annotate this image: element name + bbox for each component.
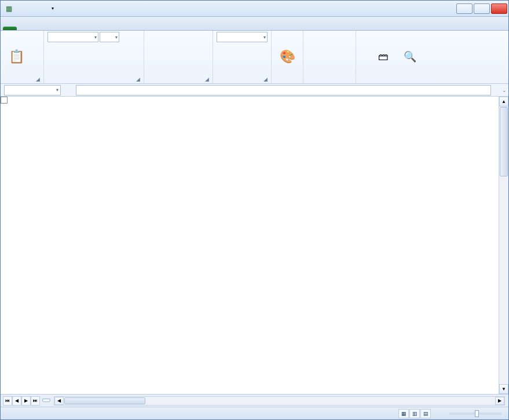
zoom-knob[interactable] [475, 410, 479, 417]
vertical-scrollbar[interactable]: ▲ ▼ [499, 97, 508, 394]
normal-view-icon[interactable]: ▦ [398, 409, 409, 418]
font-size-combo[interactable] [100, 32, 119, 42]
styles-button[interactable]: 🎨 [275, 47, 299, 67]
scroll-down-icon[interactable]: ▼ [499, 384, 508, 394]
scroll-left-icon[interactable]: ◀ [54, 397, 64, 405]
redo-icon[interactable] [37, 4, 46, 13]
dialog-launcher-icon[interactable]: ◢ [136, 76, 140, 82]
grow-font-button[interactable] [120, 32, 130, 42]
insert-cells-icon[interactable] [307, 39, 316, 50]
window-controls [455, 3, 507, 14]
format-cells-icon[interactable] [307, 64, 316, 74]
currency-button[interactable] [217, 43, 226, 54]
increase-indent-button[interactable] [189, 43, 199, 54]
page-break-view-icon[interactable]: ▤ [420, 409, 431, 418]
group-label: ◢ [4, 82, 40, 83]
delete-cells-icon[interactable] [307, 51, 316, 62]
titlebar: ▦ ▾ [1, 1, 508, 17]
status-bar: ▦ ▥ ▤ [1, 407, 508, 419]
group-editing: 🗃 🔍 [356, 31, 426, 83]
scroll-up-icon[interactable]: ▲ [499, 97, 508, 106]
group-label [275, 82, 299, 83]
wrap-text-button[interactable] [189, 32, 199, 42]
bold-button[interactable] [47, 43, 57, 54]
scroll-right-icon[interactable]: ▶ [495, 397, 504, 405]
maximize-button[interactable] [474, 3, 490, 14]
find-select-button[interactable]: 🔍 [398, 47, 422, 67]
format-painter-button[interactable] [31, 63, 40, 73]
group-cells [303, 31, 356, 83]
number-format-combo[interactable] [217, 32, 268, 42]
file-tab[interactable] [3, 27, 17, 30]
first-sheet-icon[interactable]: ⏮ [3, 396, 12, 406]
group-clipboard: 📋 ◢ [1, 31, 44, 83]
sheet-tabs-row: ⏮ ◀ ▶ ⏭ ◀ ▶ [1, 394, 508, 407]
quick-access-toolbar: ▦ ▾ [1, 4, 61, 13]
next-sheet-icon[interactable]: ▶ [21, 396, 31, 406]
percent-button[interactable] [227, 43, 236, 54]
insert-cells-button[interactable] [317, 39, 352, 50]
new-sheet-button[interactable] [42, 399, 50, 402]
group-alignment: ◢ [144, 31, 213, 83]
worksheet-area: ▲ ▼ [1, 97, 508, 394]
align-middle-button[interactable] [158, 32, 167, 42]
last-sheet-icon[interactable]: ⏭ [31, 396, 40, 406]
group-font: ◢ [44, 31, 144, 83]
clear-button[interactable] [360, 64, 369, 74]
decrease-decimal-button[interactable] [258, 43, 268, 54]
shrink-font-button[interactable] [131, 32, 140, 42]
orientation-button[interactable] [179, 32, 188, 42]
scroll-thumb[interactable] [500, 107, 508, 176]
page-layout-view-icon[interactable]: ▥ [409, 409, 420, 418]
group-number: ◢ [213, 31, 272, 83]
dialog-launcher-icon[interactable]: ◢ [205, 76, 209, 82]
align-center-button[interactable] [158, 43, 167, 54]
zoom-slider[interactable] [447, 412, 504, 415]
align-right-button[interactable] [169, 43, 178, 54]
ribbon: 📋 ◢ [1, 31, 508, 84]
border-button[interactable] [79, 43, 88, 54]
group-label: ◢ [148, 82, 209, 83]
align-bottom-button[interactable] [169, 32, 178, 42]
delete-cells-button[interactable] [317, 51, 352, 62]
comma-style-button[interactable] [237, 43, 247, 54]
prev-sheet-icon[interactable]: ◀ [12, 396, 21, 406]
italic-button[interactable] [58, 43, 67, 54]
group-label [360, 82, 422, 83]
qat-more-icon[interactable]: ▾ [48, 4, 57, 13]
fill-color-button[interactable] [89, 43, 98, 54]
zoom-track[interactable] [449, 412, 501, 415]
decrease-indent-button[interactable] [179, 43, 188, 54]
paste-button[interactable]: 📋 [4, 47, 28, 67]
cut-button[interactable] [31, 40, 40, 50]
fill-button[interactable] [360, 51, 369, 62]
clipboard-icon: 📋 [8, 48, 25, 65]
scroll-thumb[interactable] [64, 397, 145, 404]
horizontal-scrollbar[interactable]: ◀ ▶ [54, 396, 505, 406]
excel-window: ▦ ▾ 📋 [0, 0, 509, 420]
minimize-button[interactable] [456, 3, 473, 14]
align-top-button[interactable] [148, 32, 157, 42]
merge-button[interactable] [200, 43, 209, 54]
sort-icon: 🗃 [375, 48, 392, 65]
name-box[interactable] [4, 85, 61, 95]
save-icon[interactable] [15, 4, 24, 13]
increase-decimal-button[interactable] [248, 43, 257, 54]
view-buttons: ▦ ▥ ▤ [398, 409, 431, 418]
dialog-launcher-icon[interactable]: ◢ [263, 76, 268, 82]
copy-button[interactable] [31, 51, 40, 62]
formula-bar[interactable] [76, 85, 491, 95]
close-button[interactable] [491, 3, 507, 14]
group-label: ◢ [217, 82, 268, 83]
align-left-button[interactable] [148, 43, 157, 54]
format-cells-button[interactable] [317, 64, 352, 74]
sort-filter-button[interactable]: 🗃 [371, 47, 396, 67]
font-name-combo[interactable] [47, 32, 98, 42]
autosum-button[interactable] [360, 39, 369, 50]
expand-formula-bar-icon[interactable]: ⌄ [500, 87, 508, 93]
autofill-options-icon[interactable] [1, 97, 8, 104]
undo-icon[interactable] [26, 4, 35, 13]
underline-button[interactable] [68, 43, 78, 54]
dialog-launcher-icon[interactable]: ◢ [36, 76, 40, 82]
font-color-button[interactable] [100, 43, 109, 54]
